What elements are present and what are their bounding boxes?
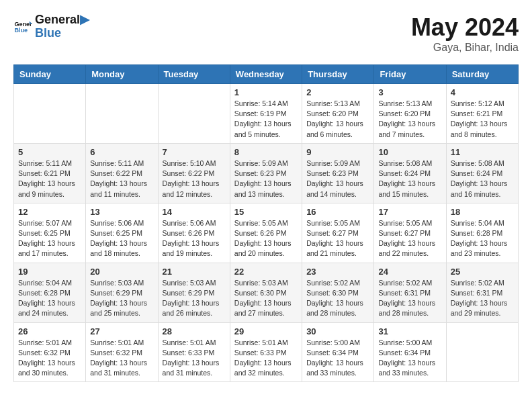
calendar-cell: 22Sunrise: 5:03 AM Sunset: 6:30 PM Dayli… [230, 263, 302, 322]
calendar-cell: 31Sunrise: 5:00 AM Sunset: 6:34 PM Dayli… [374, 322, 446, 382]
sub-title: Gaya, Bihar, India [411, 42, 519, 54]
day-number: 27 [90, 326, 153, 336]
day-info: Sunrise: 5:11 AM Sunset: 6:21 PM Dayligh… [18, 158, 81, 199]
week-row-1: 1Sunrise: 5:14 AM Sunset: 6:19 PM Daylig… [14, 84, 519, 144]
day-info: Sunrise: 5:00 AM Sunset: 6:34 PM Dayligh… [306, 338, 369, 379]
weekday-header-wednesday: Wednesday [230, 65, 302, 84]
day-number: 9 [306, 147, 369, 157]
calendar-cell: 5Sunrise: 5:11 AM Sunset: 6:21 PM Daylig… [14, 143, 86, 203]
day-number: 7 [163, 147, 226, 157]
weekday-header-row: SundayMondayTuesdayWednesdayThursdayFrid… [14, 65, 519, 84]
logo-text-general: General▶ [35, 13, 89, 27]
calendar-cell: 20Sunrise: 5:03 AM Sunset: 6:29 PM Dayli… [86, 263, 158, 322]
svg-text:Blue: Blue [14, 27, 28, 34]
day-info: Sunrise: 5:01 AM Sunset: 6:33 PM Dayligh… [163, 338, 226, 379]
calendar-cell: 3Sunrise: 5:13 AM Sunset: 6:20 PM Daylig… [374, 84, 446, 144]
calendar-cell: 10Sunrise: 5:08 AM Sunset: 6:24 PM Dayli… [374, 143, 446, 203]
day-number: 20 [90, 267, 153, 277]
day-info: Sunrise: 5:02 AM Sunset: 6:30 PM Dayligh… [306, 278, 369, 319]
day-number: 2 [306, 87, 369, 97]
title-block: May 2024 Gaya, Bihar, India [411, 13, 519, 54]
weekday-header-tuesday: Tuesday [158, 65, 230, 84]
calendar-cell: 19Sunrise: 5:04 AM Sunset: 6:28 PM Dayli… [14, 263, 86, 322]
calendar-cell: 29Sunrise: 5:01 AM Sunset: 6:33 PM Dayli… [230, 322, 302, 382]
calendar-cell: 23Sunrise: 5:02 AM Sunset: 6:30 PM Dayli… [302, 263, 374, 322]
logo: General Blue General▶ Blue [13, 13, 89, 40]
day-info: Sunrise: 5:05 AM Sunset: 6:26 PM Dayligh… [234, 218, 298, 259]
calendar-cell: 15Sunrise: 5:05 AM Sunset: 6:26 PM Dayli… [230, 203, 302, 263]
day-info: Sunrise: 5:11 AM Sunset: 6:22 PM Dayligh… [90, 158, 153, 199]
day-info: Sunrise: 5:04 AM Sunset: 6:28 PM Dayligh… [18, 278, 81, 319]
day-info: Sunrise: 5:01 AM Sunset: 6:32 PM Dayligh… [90, 338, 153, 379]
day-number: 12 [18, 207, 81, 217]
day-number: 6 [90, 147, 153, 157]
calendar-cell: 28Sunrise: 5:01 AM Sunset: 6:33 PM Dayli… [158, 322, 230, 382]
day-info: Sunrise: 5:06 AM Sunset: 6:25 PM Dayligh… [90, 218, 153, 259]
calendar-cell: 1Sunrise: 5:14 AM Sunset: 6:19 PM Daylig… [230, 84, 302, 144]
day-number: 10 [378, 147, 441, 157]
day-info: Sunrise: 5:01 AM Sunset: 6:32 PM Dayligh… [18, 338, 81, 379]
day-info: Sunrise: 5:14 AM Sunset: 6:19 PM Dayligh… [234, 99, 298, 140]
day-number: 15 [234, 207, 298, 217]
day-number: 25 [451, 267, 514, 277]
day-number: 11 [451, 147, 514, 157]
day-number: 16 [306, 207, 369, 217]
week-row-4: 19Sunrise: 5:04 AM Sunset: 6:28 PM Dayli… [14, 263, 519, 322]
calendar-cell [446, 322, 518, 382]
calendar-cell: 16Sunrise: 5:05 AM Sunset: 6:27 PM Dayli… [302, 203, 374, 263]
day-info: Sunrise: 5:08 AM Sunset: 6:24 PM Dayligh… [451, 158, 514, 199]
day-number: 18 [451, 207, 514, 217]
calendar-cell: 25Sunrise: 5:02 AM Sunset: 6:31 PM Dayli… [446, 263, 518, 322]
calendar-cell: 24Sunrise: 5:02 AM Sunset: 6:31 PM Dayli… [374, 263, 446, 322]
calendar-cell: 12Sunrise: 5:07 AM Sunset: 6:25 PM Dayli… [14, 203, 86, 263]
day-info: Sunrise: 5:03 AM Sunset: 6:30 PM Dayligh… [234, 278, 298, 319]
day-info: Sunrise: 5:07 AM Sunset: 6:25 PM Dayligh… [18, 218, 81, 259]
calendar-table: SundayMondayTuesdayWednesdayThursdayFrid… [13, 64, 519, 382]
calendar-cell [86, 84, 158, 144]
day-number: 24 [378, 267, 441, 277]
logo-icon: General Blue [13, 17, 32, 36]
day-number: 31 [378, 326, 441, 336]
day-info: Sunrise: 5:03 AM Sunset: 6:29 PM Dayligh… [163, 278, 226, 319]
calendar-cell: 6Sunrise: 5:11 AM Sunset: 6:22 PM Daylig… [86, 143, 158, 203]
day-info: Sunrise: 5:08 AM Sunset: 6:24 PM Dayligh… [378, 158, 441, 199]
day-info: Sunrise: 5:02 AM Sunset: 6:31 PM Dayligh… [378, 278, 441, 319]
day-info: Sunrise: 5:12 AM Sunset: 6:21 PM Dayligh… [451, 99, 514, 140]
week-row-3: 12Sunrise: 5:07 AM Sunset: 6:25 PM Dayli… [14, 203, 519, 263]
day-number: 13 [90, 207, 153, 217]
calendar-cell [158, 84, 230, 144]
weekday-header-sunday: Sunday [14, 65, 86, 84]
day-number: 14 [163, 207, 226, 217]
day-number: 17 [378, 207, 441, 217]
weekday-header-saturday: Saturday [446, 65, 518, 84]
calendar-cell: 2Sunrise: 5:13 AM Sunset: 6:20 PM Daylig… [302, 84, 374, 144]
day-info: Sunrise: 5:05 AM Sunset: 6:27 PM Dayligh… [378, 218, 441, 259]
day-number: 5 [18, 147, 81, 157]
day-info: Sunrise: 5:02 AM Sunset: 6:31 PM Dayligh… [451, 278, 514, 319]
calendar-cell: 8Sunrise: 5:09 AM Sunset: 6:23 PM Daylig… [230, 143, 302, 203]
week-row-2: 5Sunrise: 5:11 AM Sunset: 6:21 PM Daylig… [14, 143, 519, 203]
day-number: 4 [451, 87, 514, 97]
day-info: Sunrise: 5:06 AM Sunset: 6:26 PM Dayligh… [163, 218, 226, 259]
calendar-cell: 26Sunrise: 5:01 AM Sunset: 6:32 PM Dayli… [14, 322, 86, 382]
page-header: General Blue General▶ Blue May 2024 Gaya… [13, 13, 519, 54]
day-info: Sunrise: 5:00 AM Sunset: 6:34 PM Dayligh… [378, 338, 441, 379]
day-info: Sunrise: 5:13 AM Sunset: 6:20 PM Dayligh… [306, 99, 369, 140]
calendar-cell: 11Sunrise: 5:08 AM Sunset: 6:24 PM Dayli… [446, 143, 518, 203]
calendar-cell: 21Sunrise: 5:03 AM Sunset: 6:29 PM Dayli… [158, 263, 230, 322]
day-number: 28 [163, 326, 226, 336]
day-number: 23 [306, 267, 369, 277]
day-info: Sunrise: 5:03 AM Sunset: 6:29 PM Dayligh… [90, 278, 153, 319]
calendar-cell: 14Sunrise: 5:06 AM Sunset: 6:26 PM Dayli… [158, 203, 230, 263]
day-number: 3 [378, 87, 441, 97]
weekday-header-monday: Monday [86, 65, 158, 84]
day-number: 19 [18, 267, 81, 277]
calendar-cell: 4Sunrise: 5:12 AM Sunset: 6:21 PM Daylig… [446, 84, 518, 144]
day-number: 30 [306, 326, 369, 336]
day-info: Sunrise: 5:09 AM Sunset: 6:23 PM Dayligh… [234, 158, 298, 199]
calendar-cell: 18Sunrise: 5:04 AM Sunset: 6:28 PM Dayli… [446, 203, 518, 263]
weekday-header-thursday: Thursday [302, 65, 374, 84]
logo-text-blue: Blue [35, 27, 89, 40]
day-number: 8 [234, 147, 298, 157]
calendar-cell [14, 84, 86, 144]
